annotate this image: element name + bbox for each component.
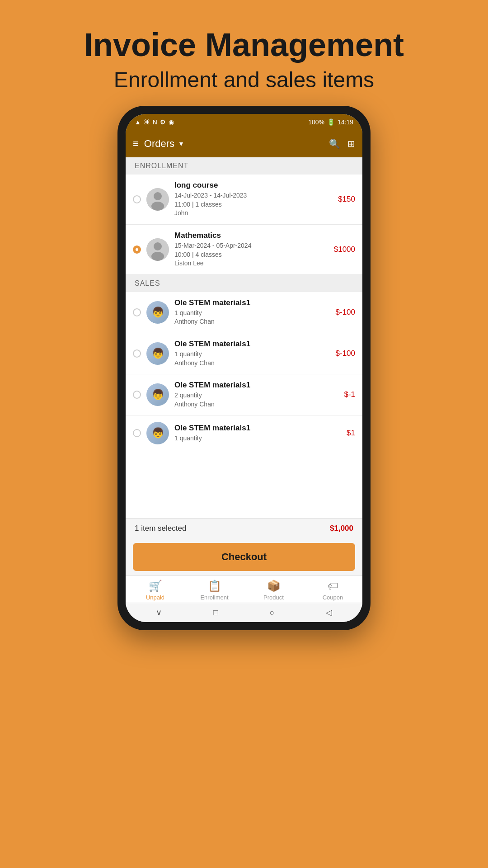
sales-item-3-detail2: Anthony Chan	[174, 400, 338, 409]
enrollment-item-2-name: Mathematics	[174, 231, 328, 240]
sales-item-2-detail2: Anthony Chan	[174, 359, 330, 368]
sales-item-2[interactable]: 👦 Ole STEM materials1 1 quantity Anthony…	[126, 333, 362, 374]
android-back-btn[interactable]: ∨	[156, 608, 162, 618]
radio-btn-6[interactable]	[133, 429, 141, 437]
sales-item-1-info: Ole STEM materials1 1 quantity Anthony C…	[174, 298, 330, 326]
nav-label-product: Product	[263, 594, 284, 601]
bottom-nav: 🛒 Unpaid 📋 Enrollment 📦 Product 🏷 Coupon	[126, 576, 362, 603]
nav-item-product[interactable]: 📦 Product	[244, 580, 303, 601]
enrollment-item-2-price: $1000	[334, 245, 355, 254]
summary-bar: 1 item selected $1,000	[126, 518, 362, 538]
nav-item-coupon[interactable]: 🏷 Coupon	[303, 580, 362, 601]
sales-item-3-detail1: 2 quantity	[174, 391, 338, 400]
nav-item-enrollment[interactable]: 📋 Enrollment	[185, 580, 244, 601]
enrollment-item-1-info: long course 14-Jul-2023 - 14-Jul-2023 11…	[174, 181, 333, 218]
time-text: 14:19	[338, 118, 353, 126]
sales-item-1-price: $-100	[336, 308, 355, 317]
enrollment-section-header: ENROLLMENT	[126, 157, 362, 175]
phone-screen: ▲ ⌘ N ⚙ ◉ 100% 🔋 14:19 ≡ Orders ▼ 🔍 ⊞	[126, 114, 362, 622]
sales-item-4[interactable]: 👦 Ole STEM materials1 1 quantity $1	[126, 415, 362, 451]
enrollment-nav-icon: 📋	[208, 580, 221, 592]
enrollment-item-2-info: Mathematics 15-Mar-2024 - 05-Apr-2024 10…	[174, 231, 328, 268]
enrollment-item-2-detail3: Liston Lee	[174, 259, 328, 268]
child-avatar-2: 👦	[146, 342, 169, 365]
enrollment-item-1-detail2: 11:00 | 1 classes	[174, 200, 333, 209]
android-home-btn[interactable]: ○	[269, 608, 274, 618]
sales-item-2-info: Ole STEM materials1 1 quantity Anthony C…	[174, 340, 330, 368]
summary-text: 1 item selected	[135, 524, 186, 533]
child-avatar-1: 👦	[146, 301, 169, 324]
sales-item-1-detail2: Anthony Chan	[174, 317, 330, 326]
sales-section-header: SALES	[126, 275, 362, 292]
top-bar: ≡ Orders ▼ 🔍 ⊞	[126, 130, 362, 157]
enrollment-item-2-detail2: 10:00 | 4 classes	[174, 250, 328, 259]
battery-icon: 🔋	[327, 118, 335, 126]
sales-item-2-name: Ole STEM materials1	[174, 340, 330, 349]
page-header: Invoice Management Enrollment and sales …	[75, 0, 413, 106]
enrollment-item-2-detail1: 15-Mar-2024 - 05-Apr-2024	[174, 241, 328, 250]
nav-item-unpaid[interactable]: 🛒 Unpaid	[126, 580, 185, 601]
dropdown-arrow-icon[interactable]: ▼	[178, 140, 184, 147]
page-title: Invoice Management	[84, 27, 404, 63]
settings-icon: ⚙	[160, 118, 166, 126]
grid-icon[interactable]: ⊞	[347, 138, 355, 149]
status-right: 100% 🔋 14:19	[308, 118, 353, 126]
extra-icon: ◉	[169, 118, 174, 126]
radio-btn-5[interactable]	[133, 391, 141, 399]
sales-label: SALES	[135, 279, 160, 287]
enrollment-item-1-price: $150	[338, 195, 355, 204]
avatar-2	[146, 238, 169, 261]
signal-icon: ▲	[135, 118, 141, 126]
content-area: ENROLLMENT long course 14-Jul-2023 - 14-…	[126, 157, 362, 518]
avatar-1	[146, 188, 169, 211]
sales-item-2-price: $-100	[336, 349, 355, 358]
phone-frame: ▲ ⌘ N ⚙ ◉ 100% 🔋 14:19 ≡ Orders ▼ 🔍 ⊞	[117, 106, 371, 630]
nav-label-unpaid: Unpaid	[146, 594, 164, 601]
svg-point-4	[154, 242, 162, 250]
nav-label-coupon: Coupon	[323, 594, 343, 601]
enrollment-item-2[interactable]: Mathematics 15-Mar-2024 - 05-Apr-2024 10…	[126, 225, 362, 275]
svg-point-5	[151, 252, 164, 261]
sales-item-4-name: Ole STEM materials1	[174, 424, 341, 433]
status-bar: ▲ ⌘ N ⚙ ◉ 100% 🔋 14:19	[126, 114, 362, 130]
radio-btn-2[interactable]	[133, 245, 141, 254]
menu-icon[interactable]: ≡	[133, 138, 139, 150]
sales-item-4-info: Ole STEM materials1 1 quantity	[174, 424, 341, 443]
sales-item-1-detail1: 1 quantity	[174, 309, 330, 318]
search-icon[interactable]: 🔍	[329, 138, 340, 149]
orders-title: Orders	[144, 138, 174, 150]
cart-icon: 🛒	[149, 580, 162, 592]
checkout-button[interactable]: Checkout	[133, 543, 355, 571]
sales-item-3-info: Ole STEM materials1 2 quantity Anthony C…	[174, 381, 338, 409]
sales-item-1-name: Ole STEM materials1	[174, 298, 330, 307]
android-recent-btn[interactable]: □	[213, 608, 218, 618]
enrollment-label: ENROLLMENT	[135, 162, 188, 170]
status-left: ▲ ⌘ N ⚙ ◉	[135, 118, 174, 126]
wifi-icon: ⌘	[144, 118, 150, 126]
enrollment-item-1-detail1: 14-Jul-2023 - 14-Jul-2023	[174, 191, 333, 200]
nfc-icon: N	[153, 118, 157, 126]
battery-text: 100%	[308, 118, 324, 126]
svg-point-1	[154, 192, 162, 200]
top-bar-actions: 🔍 ⊞	[329, 138, 355, 149]
child-avatar-4: 👦	[146, 422, 169, 444]
child-avatar-3: 👦	[146, 383, 169, 406]
radio-btn-4[interactable]	[133, 349, 141, 358]
top-bar-title: Orders ▼	[144, 138, 324, 150]
sales-item-4-detail1: 1 quantity	[174, 434, 341, 443]
radio-btn-3[interactable]	[133, 308, 141, 316]
enrollment-item-1-name: long course	[174, 181, 333, 190]
sales-item-3-price: $-1	[344, 390, 355, 399]
enrollment-item-1[interactable]: long course 14-Jul-2023 - 14-Jul-2023 11…	[126, 175, 362, 225]
product-nav-icon: 📦	[267, 580, 281, 592]
sales-item-1[interactable]: 👦 Ole STEM materials1 1 quantity Anthony…	[126, 292, 362, 333]
android-menu-btn[interactable]: ◁	[326, 608, 332, 618]
coupon-nav-icon: 🏷	[328, 580, 338, 592]
sales-item-3-name: Ole STEM materials1	[174, 381, 338, 390]
sales-item-4-price: $1	[347, 429, 355, 438]
nav-label-enrollment: Enrollment	[200, 594, 228, 601]
sales-item-3[interactable]: 👦 Ole STEM materials1 2 quantity Anthony…	[126, 374, 362, 415]
page-subtitle: Enrollment and sales items	[84, 67, 404, 92]
radio-btn-1[interactable]	[133, 195, 141, 203]
enrollment-item-1-detail3: John	[174, 209, 333, 218]
